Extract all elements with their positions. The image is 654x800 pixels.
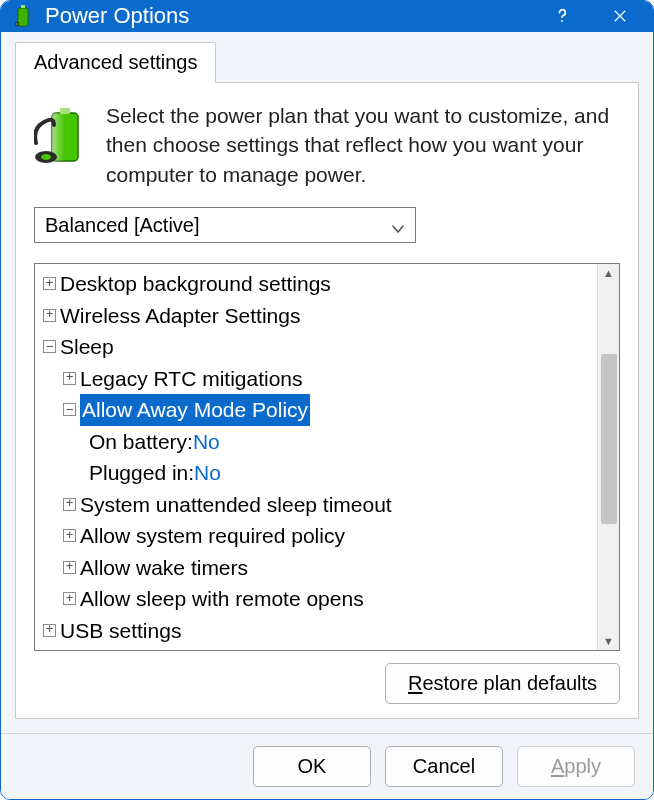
- dialog-footer: OK Cancel Apply: [1, 733, 653, 799]
- chevron-down-icon: [391, 218, 405, 232]
- tree-node-wireless-adapter[interactable]: Wireless Adapter Settings: [37, 300, 595, 332]
- tree-node-sleep[interactable]: Sleep: [37, 331, 595, 363]
- svg-rect-8: [52, 113, 78, 161]
- tree-label: System unattended sleep timeout: [80, 489, 392, 521]
- restore-defaults-underline: Restore plan defaults: [408, 672, 597, 694]
- expand-icon[interactable]: [43, 277, 56, 290]
- tree-label: Legacy RTC mitigations: [80, 363, 303, 395]
- svg-point-3: [16, 23, 18, 25]
- tab-advanced-settings[interactable]: Advanced settings: [15, 42, 216, 83]
- svg-rect-1: [21, 5, 25, 8]
- setting-away-mode-plugged[interactable]: Plugged in: No: [37, 457, 595, 489]
- tree-label: USB settings: [60, 615, 181, 647]
- client-area: Advanced settings: [1, 32, 653, 733]
- setting-label: On battery:: [89, 426, 193, 458]
- power-plan-select[interactable]: Balanced [Active]: [34, 207, 416, 243]
- tree-node-usb-settings[interactable]: USB settings: [37, 615, 595, 647]
- collapse-icon[interactable]: [63, 403, 76, 416]
- svg-point-11: [41, 154, 51, 160]
- tab-panel: Select the power plan that you want to c…: [15, 82, 639, 719]
- svg-rect-0: [18, 8, 28, 26]
- tree-scrollbar[interactable]: ▲ ▼: [597, 264, 619, 650]
- apply-button[interactable]: Apply: [517, 746, 635, 787]
- collapse-icon[interactable]: [43, 340, 56, 353]
- expand-icon[interactable]: [63, 372, 76, 385]
- tree-node-legacy-rtc[interactable]: Legacy RTC mitigations: [37, 363, 595, 395]
- tree-node-remote-opens[interactable]: Allow sleep with remote opens: [37, 583, 595, 615]
- scroll-up-arrow[interactable]: ▲: [598, 264, 620, 282]
- battery-app-icon: [11, 4, 35, 28]
- setting-away-mode-battery[interactable]: On battery: No: [37, 426, 595, 458]
- close-button[interactable]: [605, 1, 635, 31]
- expand-icon[interactable]: [43, 309, 56, 322]
- svg-rect-9: [60, 108, 70, 114]
- tree-label: Sleep: [60, 331, 114, 363]
- tree-label: Allow sleep with remote opens: [80, 583, 364, 615]
- tree-node-desktop-background[interactable]: Desktop background settings: [37, 268, 595, 300]
- window-title: Power Options: [45, 3, 547, 29]
- tree-node-away-mode[interactable]: Allow Away Mode Policy: [37, 394, 595, 426]
- svg-point-4: [561, 20, 563, 22]
- cancel-button[interactable]: Cancel: [385, 746, 503, 787]
- expand-icon[interactable]: [63, 529, 76, 542]
- setting-value[interactable]: No: [194, 457, 221, 489]
- tree-node-wake-timers[interactable]: Allow wake timers: [37, 552, 595, 584]
- setting-label: Plugged in:: [89, 457, 194, 489]
- titlebar: Power Options: [1, 1, 653, 32]
- intro-text: Select the power plan that you want to c…: [106, 101, 620, 189]
- help-button[interactable]: [547, 1, 577, 31]
- tree-label: Allow system required policy: [80, 520, 345, 552]
- scroll-thumb[interactable]: [601, 354, 617, 524]
- expand-icon[interactable]: [43, 624, 56, 637]
- ok-button[interactable]: OK: [253, 746, 371, 787]
- intro-block: Select the power plan that you want to c…: [34, 101, 620, 189]
- power-options-window: Power Options Advanced settings: [0, 0, 654, 800]
- tree-node-system-unattended[interactable]: System unattended sleep timeout: [37, 489, 595, 521]
- tabstrip: Advanced settings: [15, 42, 639, 83]
- expand-icon[interactable]: [63, 498, 76, 511]
- tree-label: Desktop background settings: [60, 268, 331, 300]
- apply-underline: Apply: [551, 755, 601, 777]
- power-plan-selected-value: Balanced [Active]: [45, 214, 200, 237]
- settings-tree[interactable]: Desktop background settings Wireless Ada…: [35, 264, 597, 650]
- expand-icon[interactable]: [63, 592, 76, 605]
- scroll-down-arrow[interactable]: ▼: [598, 632, 620, 650]
- tree-label: Wireless Adapter Settings: [60, 300, 300, 332]
- tree-node-system-required[interactable]: Allow system required policy: [37, 520, 595, 552]
- settings-tree-container: Desktop background settings Wireless Ada…: [34, 263, 620, 651]
- restore-defaults-button[interactable]: Restore plan defaults: [385, 663, 620, 704]
- tree-label: Allow wake timers: [80, 552, 248, 584]
- setting-value[interactable]: No: [193, 426, 220, 458]
- expand-icon[interactable]: [63, 561, 76, 574]
- tree-label-selected: Allow Away Mode Policy: [80, 394, 310, 426]
- scroll-track[interactable]: [598, 282, 620, 632]
- battery-large-icon: [34, 107, 88, 171]
